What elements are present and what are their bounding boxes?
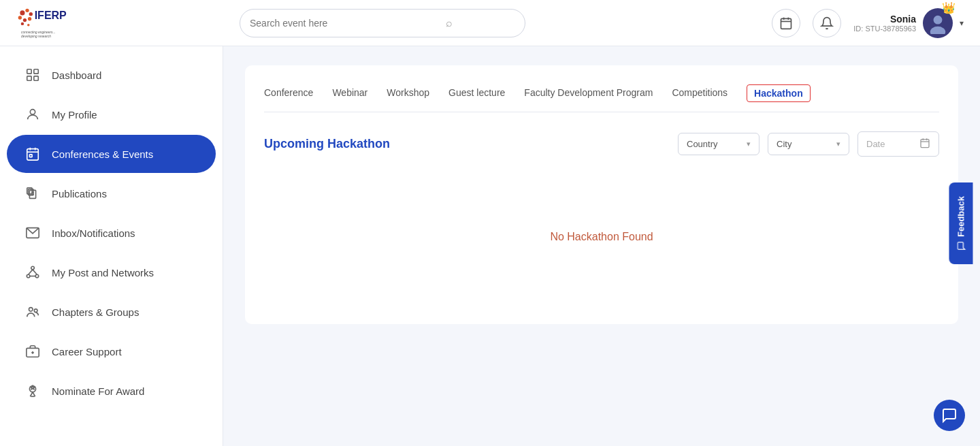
- sidebar-item-chapters-groups[interactable]: Chapters & Groups: [7, 293, 216, 331]
- svg-point-34: [27, 274, 30, 278]
- sidebar-item-my-post-networks[interactable]: My Post and Networks: [7, 253, 216, 291]
- upcoming-header: Upcoming Hackathon Country ▾ City ▾ Date: [264, 131, 939, 157]
- svg-point-5: [28, 17, 31, 20]
- calendar-icon-button[interactable]: [772, 9, 800, 37]
- filter-group: Country ▾ City ▾ Date: [678, 131, 939, 157]
- sidebar-item-conferences-events[interactable]: Conferences & Events: [7, 135, 216, 173]
- content-area: Conference Webinar Workshop Guest lectur…: [223, 46, 980, 446]
- nav-icons: [772, 9, 841, 37]
- svg-line-37: [33, 270, 37, 274]
- user-dropdown-arrow[interactable]: ▾: [960, 18, 964, 28]
- user-name: Sonia: [853, 14, 916, 25]
- svg-rect-20: [34, 76, 38, 80]
- svg-text:connecting engineers...: connecting engineers...: [21, 31, 55, 34]
- svg-point-16: [930, 26, 945, 33]
- city-dropdown-arrow: ▾: [836, 140, 840, 148]
- tab-hackathon[interactable]: Hackathon: [747, 84, 811, 102]
- svg-point-35: [35, 274, 39, 278]
- events-icon: [23, 144, 42, 163]
- svg-point-40: [34, 309, 37, 313]
- svg-rect-46: [921, 140, 929, 148]
- svg-point-21: [30, 110, 35, 114]
- topnav: IFERP connecting engineers... developing…: [0, 0, 980, 46]
- svg-rect-22: [27, 149, 39, 161]
- svg-point-15: [934, 15, 943, 24]
- svg-point-6: [21, 22, 24, 25]
- svg-point-7: [27, 23, 30, 26]
- chat-button[interactable]: [934, 400, 965, 431]
- person-icon: [23, 105, 42, 124]
- dashboard-icon: [23, 65, 42, 84]
- logo-area: IFERP connecting engineers... developing…: [16, 7, 240, 39]
- tab-competitions[interactable]: Competitions: [672, 87, 728, 99]
- svg-point-39: [29, 308, 33, 312]
- sidebar-label-career: Career Support: [52, 346, 122, 357]
- tab-faculty-dev[interactable]: Faculty Development Program: [524, 87, 653, 99]
- user-info: Sonia ID: STU-38785963: [853, 14, 916, 33]
- empty-message: No Hackathon Found: [550, 231, 653, 243]
- avatar: 👑: [923, 8, 953, 38]
- feedback-icon: [956, 240, 966, 250]
- career-icon: [23, 342, 42, 361]
- chat-icon: [941, 407, 958, 424]
- country-filter-label: Country: [687, 139, 718, 149]
- tab-guest-lecture[interactable]: Guest lecture: [448, 87, 505, 99]
- main-layout: Dashboard My Profile Conf: [0, 46, 980, 446]
- sidebar-label-nominate: Nominate For Award: [52, 385, 144, 397]
- sidebar-item-my-profile[interactable]: My Profile: [7, 95, 216, 133]
- feedback-button[interactable]: Feedback: [949, 182, 973, 264]
- sidebar-label-inbox: Inbox/Notifications: [52, 227, 135, 239]
- sidebar-label-publications: Publications: [52, 188, 107, 200]
- svg-rect-18: [34, 69, 38, 74]
- network-icon: [23, 263, 42, 282]
- upcoming-title: Upcoming Hackathon: [264, 137, 390, 151]
- svg-point-1: [25, 8, 29, 12]
- event-tabs: Conference Webinar Workshop Guest lectur…: [264, 84, 939, 112]
- svg-point-3: [18, 16, 22, 19]
- sidebar-item-dashboard[interactable]: Dashboard: [7, 56, 216, 94]
- user-area[interactable]: Sonia ID: STU-38785963 👑 ▾: [853, 8, 964, 38]
- sidebar-label-conferences-events: Conferences & Events: [52, 148, 153, 160]
- svg-rect-19: [27, 76, 31, 80]
- chapters-icon: [23, 302, 42, 321]
- sidebar-item-inbox-notifications[interactable]: Inbox/Notifications: [7, 214, 216, 252]
- sidebar-label-dashboard: Dashboard: [52, 69, 101, 81]
- svg-point-4: [23, 18, 27, 21]
- svg-point-33: [31, 266, 35, 270]
- search-input[interactable]: [250, 18, 440, 29]
- sidebar: Dashboard My Profile Conf: [0, 46, 223, 446]
- tab-workshop[interactable]: Workshop: [387, 87, 429, 99]
- sidebar-label-my-profile: My Profile: [52, 109, 97, 121]
- svg-line-36: [29, 270, 33, 274]
- svg-rect-11: [781, 18, 791, 29]
- svg-rect-17: [27, 69, 31, 74]
- sidebar-item-nominate-award[interactable]: Nominate For Award: [7, 372, 216, 410]
- award-icon: [23, 381, 42, 400]
- svg-point-0: [20, 10, 24, 15]
- tab-conference[interactable]: Conference: [264, 87, 313, 99]
- country-filter[interactable]: Country ▾: [678, 133, 760, 155]
- city-filter-label: City: [777, 139, 791, 149]
- content-card: Conference Webinar Workshop Guest lectur…: [245, 65, 958, 324]
- publications-icon: [23, 184, 42, 203]
- tab-webinar[interactable]: Webinar: [332, 87, 368, 99]
- svg-rect-26: [29, 155, 32, 157]
- svg-text:developing research: developing research: [21, 35, 51, 38]
- feedback-label: Feedback: [956, 196, 966, 237]
- sidebar-label-my-post: My Post and Networks: [52, 267, 154, 278]
- inbox-icon: [23, 223, 42, 242]
- calendar-icon: [919, 138, 930, 150]
- avatar-crown: 👑: [942, 1, 956, 14]
- date-filter[interactable]: Date: [858, 131, 939, 157]
- search-bar: ⌕: [240, 9, 525, 37]
- notifications-icon-button[interactable]: [813, 9, 841, 37]
- sidebar-item-publications[interactable]: Publications: [7, 174, 216, 212]
- logo: IFERP connecting engineers... developing…: [16, 7, 71, 39]
- search-icon: ⌕: [446, 17, 453, 29]
- city-filter[interactable]: City ▾: [768, 133, 849, 155]
- date-filter-label: Date: [866, 139, 885, 149]
- svg-point-2: [29, 12, 33, 16]
- sidebar-item-career-support[interactable]: Career Support: [7, 332, 216, 370]
- user-id: ID: STU-38785963: [853, 25, 916, 33]
- country-dropdown-arrow: ▾: [747, 140, 751, 148]
